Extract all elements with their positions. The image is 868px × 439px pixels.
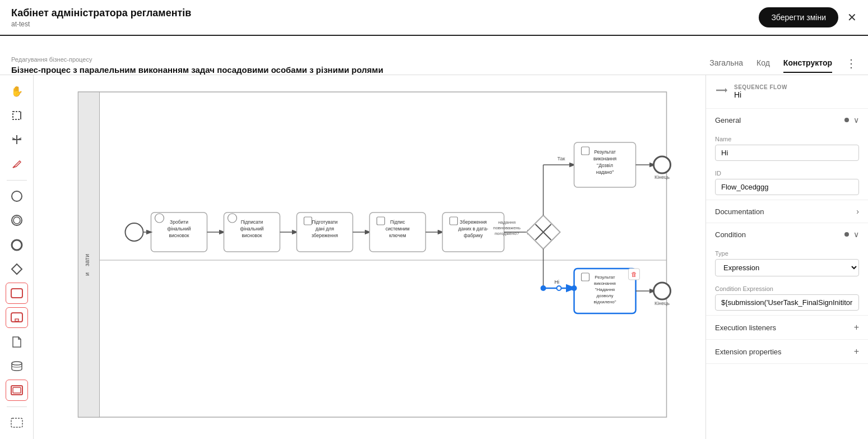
documentation-section-header[interactable]: Documentation › xyxy=(706,200,868,223)
id-input[interactable] xyxy=(715,179,859,195)
condition-title: Condition xyxy=(715,230,746,239)
documentation-title: Documentation xyxy=(715,207,764,216)
execution-listeners-add[interactable]: + xyxy=(854,322,859,332)
svg-rect-78 xyxy=(582,273,590,281)
panel-section-extension-properties: Extension properties + xyxy=(706,340,868,364)
general-chevron[interactable]: ∨ xyxy=(853,115,859,124)
sub-header-tabs: Загальна Код Конструктор ⋮ xyxy=(709,57,857,75)
extension-properties-title: Extension properties xyxy=(715,348,782,356)
documentation-section-actions: › xyxy=(856,207,859,216)
general-title: General xyxy=(715,116,741,124)
documentation-chevron[interactable]: › xyxy=(856,207,859,216)
panel-section-general: General ∨ Name ID xyxy=(706,109,868,200)
extension-properties-section-header[interactable]: Extension properties + xyxy=(706,340,868,363)
svg-rect-17 xyxy=(13,387,21,393)
start-event-tool[interactable] xyxy=(6,186,28,207)
svg-text:висновок: висновок xyxy=(242,233,262,238)
svg-rect-66 xyxy=(582,147,590,155)
svg-text:Hi: Hi xyxy=(555,279,560,285)
tab-general[interactable]: Загальна xyxy=(709,58,743,73)
close-button[interactable]: ✕ xyxy=(847,11,857,24)
svg-rect-45 xyxy=(377,217,385,225)
panel-header-info: SEQUENCE FLOW Hi xyxy=(734,84,787,99)
svg-point-26 xyxy=(155,214,164,223)
extension-properties-add[interactable]: + xyxy=(854,346,859,357)
panel-flow-name: Hi xyxy=(734,90,787,99)
app-title: Кабінет адміністратора регламентів xyxy=(11,7,191,19)
gateway-tool[interactable] xyxy=(6,258,28,279)
svg-point-87 xyxy=(654,283,671,299)
execution-listeners-section-header[interactable]: Execution listeners + xyxy=(706,316,868,339)
svg-text:"Надання: "Надання xyxy=(595,287,615,292)
space-tool[interactable] xyxy=(6,129,28,150)
condition-chevron[interactable]: ∨ xyxy=(853,230,859,239)
svg-rect-0 xyxy=(13,112,21,119)
lasso-tool[interactable] xyxy=(6,105,28,126)
svg-rect-14 xyxy=(15,319,18,321)
svg-text:фінальний: фінальний xyxy=(168,226,191,232)
tab-code[interactable]: Код xyxy=(756,58,770,73)
svg-rect-18 xyxy=(11,418,22,427)
sub-header: Редагування бізнес-процесу Бізнес-процес… xyxy=(0,36,868,75)
svg-text:висновок: висновок xyxy=(169,233,189,238)
end-event-tool[interactable] xyxy=(6,234,28,255)
tool-divider-2 xyxy=(7,406,27,407)
condition-dot xyxy=(844,232,849,237)
name-field: Name xyxy=(706,131,868,165)
panel-section-execution-listeners: Execution listeners + xyxy=(706,316,868,340)
svg-point-72 xyxy=(654,156,671,173)
svg-text:Результат: Результат xyxy=(594,149,616,155)
execution-listeners-actions: + xyxy=(854,322,859,332)
svg-text:и: и xyxy=(83,272,90,276)
pen-tool[interactable] xyxy=(6,154,28,174)
general-section-header[interactable]: General ∨ xyxy=(706,109,868,131)
panel-type-label: SEQUENCE FLOW xyxy=(734,84,787,90)
svg-rect-19 xyxy=(78,92,667,417)
svg-text:Кінець: Кінець xyxy=(655,301,670,306)
svg-text:погоджено?: погоджено? xyxy=(495,231,519,236)
svg-text:даних в дата-: даних в дата- xyxy=(458,226,489,232)
svg-text:ключем: ключем xyxy=(389,233,406,238)
svg-point-10 xyxy=(12,240,22,250)
bpmn-canvas: зати и Зробити фінальний висновок Підпис… xyxy=(34,75,705,439)
hand-tool[interactable]: ✋ xyxy=(6,81,28,101)
data-object-tool[interactable] xyxy=(6,331,28,352)
panel-header: SEQUENCE FLOW Hi xyxy=(706,75,868,109)
data-store-tool[interactable] xyxy=(6,355,28,376)
general-section-actions: ∨ xyxy=(844,115,859,124)
svg-text:Кінець: Кінець xyxy=(655,174,670,180)
condition-expression-field: Condition Expression xyxy=(706,281,868,315)
breadcrumb: Редагування бізнес-процесу xyxy=(11,56,383,63)
sub-header-left: Редагування бізнес-процесу Бізнес-процес… xyxy=(11,56,383,75)
more-menu-button[interactable]: ⋮ xyxy=(846,57,857,75)
task-tool[interactable] xyxy=(6,283,28,303)
id-field: ID xyxy=(706,165,868,200)
condition-type-select[interactable]: Expression Script None xyxy=(715,259,859,276)
tab-constructor[interactable]: Конструктор xyxy=(783,58,832,73)
svg-text:Підпис: Підпис xyxy=(390,219,405,225)
svg-text:Результат: Результат xyxy=(595,275,615,280)
condition-section-header[interactable]: Condition ∨ xyxy=(706,223,868,246)
svg-point-9 xyxy=(13,217,20,224)
svg-text:Підготувати: Підготувати xyxy=(312,219,338,225)
svg-text:збереження: збереження xyxy=(312,233,338,238)
svg-text:надано": надано" xyxy=(596,169,614,175)
svg-text:фінальний: фінальний xyxy=(240,226,264,232)
group-tool[interactable] xyxy=(6,380,28,400)
save-button[interactable]: Зберегти зміни xyxy=(759,7,838,27)
intermediate-event-tool[interactable] xyxy=(6,210,28,231)
condition-section-actions: ∨ xyxy=(844,230,859,239)
name-input[interactable] xyxy=(715,145,859,161)
svg-marker-11 xyxy=(12,264,22,274)
condition-expression-input[interactable] xyxy=(715,294,859,311)
canvas-area[interactable]: зати и Зробити фінальний висновок Підпис… xyxy=(34,75,705,439)
svg-line-6 xyxy=(13,167,15,168)
id-label: ID xyxy=(715,170,859,177)
condition-type-label: Type xyxy=(715,250,859,257)
svg-text:Так: Так xyxy=(558,156,565,161)
app-header: Кабінет адміністратора регламентів at-te… xyxy=(0,0,868,36)
selection-tool[interactable] xyxy=(6,413,28,433)
app-subtitle: at-test xyxy=(11,20,191,28)
panel-section-condition: Condition ∨ Type Expression Script None … xyxy=(706,223,868,316)
subprocess-tool[interactable] xyxy=(6,307,28,328)
